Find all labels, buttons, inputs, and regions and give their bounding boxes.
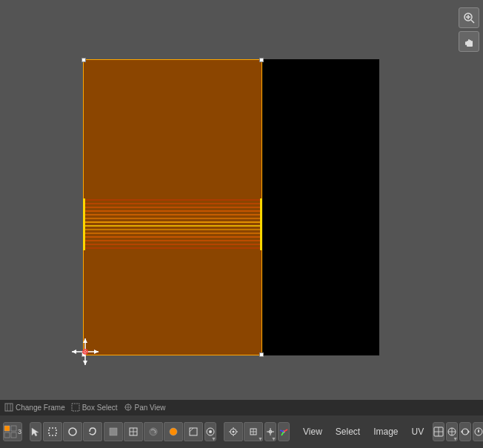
box-select-status-icon xyxy=(71,403,80,412)
svg-rect-20 xyxy=(83,221,85,224)
sync-button[interactable] xyxy=(459,422,471,441)
pan-view-label: Pan View xyxy=(135,404,166,412)
svg-line-91 xyxy=(282,432,284,435)
svg-point-71 xyxy=(150,428,157,435)
svg-rect-31 xyxy=(260,210,262,213)
svg-rect-60 xyxy=(4,426,10,431)
svg-point-76 xyxy=(209,430,212,433)
svg-rect-61 xyxy=(11,426,16,431)
svg-rect-28 xyxy=(260,198,262,202)
svg-marker-44 xyxy=(83,338,87,343)
box-select-label: Box Select xyxy=(82,404,118,412)
corner-handle-br[interactable] xyxy=(259,352,264,357)
svg-point-72 xyxy=(170,428,177,435)
svg-rect-21 xyxy=(83,224,85,228)
snap-options-button[interactable]: ▼ xyxy=(244,422,263,441)
svg-line-92 xyxy=(280,430,284,432)
svg-marker-99 xyxy=(468,430,470,433)
pivot-point-button[interactable]: ▼ xyxy=(264,422,276,441)
svg-rect-104 xyxy=(5,404,13,411)
svg-line-90 xyxy=(284,429,287,432)
svg-rect-26 xyxy=(83,243,85,247)
overlay-toggle-button[interactable] xyxy=(433,422,444,441)
svg-rect-19 xyxy=(83,217,85,221)
svg-rect-35 xyxy=(260,224,262,228)
select-mode-group xyxy=(43,422,102,441)
svg-rect-65 xyxy=(49,428,56,435)
svg-marker-45 xyxy=(83,361,87,365)
svg-rect-36 xyxy=(260,228,262,232)
svg-rect-30 xyxy=(260,206,262,210)
box-select-button[interactable] xyxy=(43,422,62,441)
svg-rect-22 xyxy=(83,228,85,232)
mode-selector-button[interactable]: 3 xyxy=(3,422,22,441)
viewport xyxy=(0,0,483,415)
corner-handle-tl[interactable] xyxy=(81,58,86,62)
svg-rect-27 xyxy=(83,247,85,250)
svg-rect-24 xyxy=(83,235,85,239)
cursor-tool-button[interactable] xyxy=(30,422,41,441)
svg-rect-33 xyxy=(260,217,262,221)
snap-toggle-button[interactable] xyxy=(224,422,243,441)
svg-rect-63 xyxy=(11,432,16,438)
uv-menu[interactable]: UV xyxy=(406,422,430,441)
svg-rect-37 xyxy=(260,232,262,235)
image-menu[interactable]: Image xyxy=(367,422,404,441)
mode-number: 3 xyxy=(18,428,21,435)
svg-rect-15 xyxy=(83,202,85,206)
lasso-select-button[interactable] xyxy=(83,422,102,441)
black-panel xyxy=(261,59,379,355)
svg-rect-38 xyxy=(260,235,262,239)
svg-rect-34 xyxy=(260,221,262,224)
circle-select-button[interactable] xyxy=(63,422,82,441)
svg-rect-67 xyxy=(110,428,117,435)
svg-marker-47 xyxy=(94,350,99,354)
uv-display-button[interactable] xyxy=(184,422,203,441)
frame-icon xyxy=(4,403,13,412)
top-right-toolbar xyxy=(459,7,479,52)
status-pan-view: Pan View xyxy=(124,403,166,412)
solid-display-button[interactable] xyxy=(104,422,123,441)
change-frame-label: Change Frame xyxy=(16,404,65,412)
display-mode-group xyxy=(104,422,203,441)
orientation-button[interactable] xyxy=(278,422,290,441)
svg-rect-40 xyxy=(260,243,262,247)
svg-marker-64 xyxy=(32,428,39,436)
corner-handle-tr[interactable] xyxy=(259,58,264,62)
view-menu[interactable]: View xyxy=(297,422,328,441)
svg-rect-14 xyxy=(83,198,85,202)
svg-rect-62 xyxy=(4,432,10,438)
svg-rect-39 xyxy=(260,239,262,243)
status-bar: Change Frame Box Select Pan View xyxy=(0,400,483,415)
loop-lines xyxy=(83,196,262,255)
svg-point-103 xyxy=(478,431,479,432)
transform-cursor xyxy=(70,337,100,367)
gizmo-button[interactable]: ▼ xyxy=(446,422,458,441)
svg-rect-59 xyxy=(465,41,467,45)
svg-rect-23 xyxy=(83,232,85,235)
svg-marker-46 xyxy=(72,350,76,354)
snap-group: ▼ xyxy=(224,422,263,441)
wireframe-display-button[interactable] xyxy=(124,422,143,441)
svg-line-51 xyxy=(471,20,474,23)
material-display-button[interactable] xyxy=(144,422,163,441)
svg-line-74 xyxy=(190,428,193,432)
svg-point-66 xyxy=(69,428,76,435)
svg-rect-107 xyxy=(72,404,79,411)
svg-rect-16 xyxy=(83,206,85,210)
svg-rect-73 xyxy=(190,428,197,435)
render-region-button[interactable] xyxy=(473,422,483,441)
zoom-in-button[interactable] xyxy=(459,7,479,28)
select-menu[interactable]: Select xyxy=(330,422,366,441)
status-box-select: Box Select xyxy=(71,403,118,412)
svg-rect-17 xyxy=(83,210,85,213)
bottom-toolbar: 3 xyxy=(0,415,483,448)
svg-rect-41 xyxy=(260,247,262,250)
rendered-display-button[interactable] xyxy=(164,422,183,441)
proportional-edit-button[interactable]: ▼ xyxy=(204,422,216,441)
svg-rect-18 xyxy=(83,213,85,217)
hand-tool-button[interactable] xyxy=(459,31,479,52)
svg-point-49 xyxy=(84,351,87,353)
status-change-frame: Change Frame xyxy=(4,403,65,412)
svg-rect-58 xyxy=(467,43,473,47)
